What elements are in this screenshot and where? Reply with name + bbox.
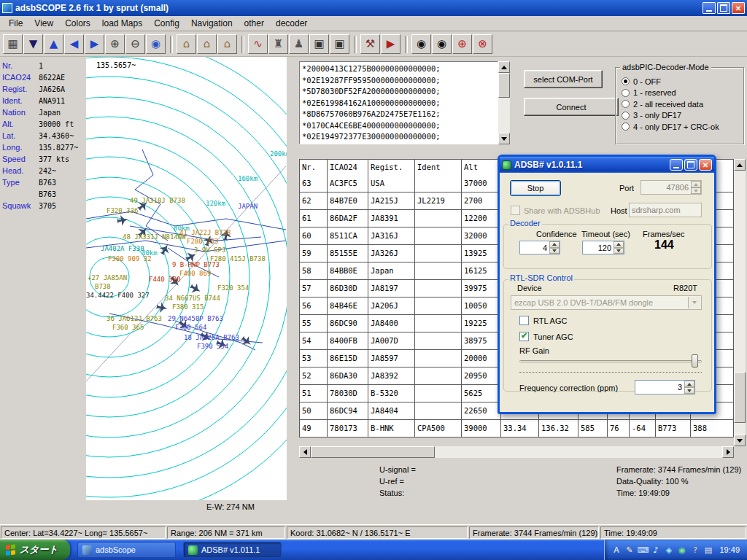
- decoder-mode-option[interactable]: 1 - reserved: [616, 88, 743, 99]
- column-header[interactable]: ICAO24: [328, 160, 368, 176]
- monitor-2-button[interactable]: ▣: [330, 34, 349, 54]
- radar-map[interactable]: 40km80km120km160km200km49 JA310J B738F32…: [86, 57, 287, 500]
- timeout-spinner[interactable]: [614, 241, 624, 254]
- clipboard-icon[interactable]: ▤: [703, 545, 713, 555]
- chart-icon: ∿: [253, 39, 263, 50]
- column-header[interactable]: Nr.: [300, 160, 328, 176]
- confidence-spinner[interactable]: [549, 241, 560, 254]
- zoom-in-button[interactable]: ⊕: [105, 34, 125, 54]
- play-window-button[interactable]: ▶: [381, 34, 400, 54]
- volume-icon[interactable]: ♪: [650, 545, 661, 555]
- select-com-port-button[interactable]: select COM-Port: [524, 70, 603, 88]
- scroll-left-button[interactable]: [299, 446, 311, 458]
- scrollbar-thumb[interactable]: [311, 446, 435, 458]
- column-header[interactable]: Ident: [415, 160, 462, 176]
- tuner-agc-checkbox[interactable]: [519, 332, 529, 341]
- crosshair-2-button[interactable]: ⊗: [473, 34, 492, 54]
- task-icon: [188, 545, 198, 555]
- globe-button[interactable]: ◉: [146, 34, 166, 54]
- raw-list-scrollbar[interactable]: [498, 61, 510, 144]
- radio-icon: [622, 122, 630, 131]
- menu-other[interactable]: other: [239, 16, 270, 31]
- raw-message-list[interactable]: *20000413C1275B00000000000000;*02E19287F…: [299, 61, 498, 144]
- tools-button[interactable]: ⚒: [360, 34, 380, 54]
- taskbar-task[interactable]: adsbScope: [77, 542, 176, 558]
- start-button[interactable]: スタート: [0, 540, 70, 560]
- help-icon[interactable]: ?: [689, 545, 700, 555]
- dialog-maximize-button[interactable]: [684, 159, 697, 171]
- dialog-minimize-button[interactable]: [670, 159, 683, 171]
- arrow-left-button[interactable]: ◀: [64, 34, 84, 54]
- crosshair-1-button[interactable]: ⊕: [452, 34, 472, 54]
- arrow-right-button[interactable]: ▶: [85, 34, 104, 54]
- chart-button[interactable]: ∿: [248, 34, 268, 54]
- scroll-up-button[interactable]: [498, 61, 510, 73]
- confidence-field[interactable]: 4: [519, 241, 560, 254]
- decoder-mode-option[interactable]: 0 - OFF: [616, 76, 743, 88]
- record-2-button[interactable]: ◉: [432, 34, 452, 54]
- frequency-correction-field[interactable]: 3: [635, 380, 695, 394]
- security-icon[interactable]: ◉: [676, 545, 687, 555]
- record-1-button[interactable]: ◉: [411, 34, 431, 54]
- tower-button[interactable]: ♜: [268, 34, 288, 54]
- menu-decoder[interactable]: decoder: [270, 16, 313, 31]
- table-cell: USA: [368, 175, 415, 192]
- device-dropdown[interactable]: ezcap USB 2.0 DVB-T/DAB/FM dongle: [511, 295, 702, 310]
- zoom-out-button[interactable]: ⊖: [125, 34, 145, 54]
- antenna-large-button[interactable]: ⌂: [217, 34, 237, 54]
- table-vertical-scrollbar[interactable]: [734, 159, 746, 446]
- taskbar-task[interactable]: ADSB# v1.011.1: [183, 542, 282, 558]
- rtl-agc-checkbox[interactable]: [519, 316, 529, 325]
- decoder-mode-option[interactable]: 2 - all received data: [616, 98, 743, 110]
- share-adsbhub-checkbox[interactable]: [511, 206, 520, 215]
- arrow-down-button[interactable]: ▼: [23, 34, 43, 54]
- pen-icon[interactable]: ✎: [624, 545, 635, 555]
- menu-load-maps[interactable]: load Maps: [96, 16, 148, 31]
- keyboard-icon[interactable]: ⌨: [637, 545, 648, 555]
- maximize-button[interactable]: [717, 2, 730, 14]
- antenna-small-button[interactable]: ⌂: [177, 34, 196, 54]
- rf-gain-slider[interactable]: [519, 354, 702, 368]
- menu-view[interactable]: View: [28, 16, 59, 31]
- column-header[interactable]: Alt: [462, 160, 501, 176]
- table-cell: 58: [300, 262, 328, 280]
- close-button[interactable]: [732, 2, 745, 14]
- menu-config[interactable]: Config: [148, 16, 185, 31]
- scrollbar-thumb[interactable]: [498, 73, 510, 98]
- slider-track[interactable]: [519, 360, 702, 362]
- connect-button[interactable]: Connect: [524, 98, 619, 116]
- table-horizontal-scrollbar[interactable]: [299, 446, 734, 458]
- table-row[interactable]: 49780173B-HNKCPA5003900033.34136.3258576…: [300, 420, 734, 438]
- field-label: Long.: [2, 143, 39, 155]
- port-field[interactable]: 47806: [640, 180, 702, 195]
- slider-thumb[interactable]: [692, 354, 698, 368]
- map-table-button[interactable]: ▦: [3, 34, 23, 54]
- dialog-titlebar[interactable]: ADSB# v1.0.11.1: [500, 157, 714, 173]
- aircraft-icon[interactable]: [239, 334, 255, 349]
- people-button[interactable]: ♟: [289, 34, 309, 54]
- decoder-mode-option[interactable]: 3 - only DF17: [616, 110, 743, 122]
- minimize-button[interactable]: [703, 2, 716, 14]
- scroll-right-button[interactable]: [722, 446, 734, 458]
- antenna-medium-button[interactable]: ⌂: [197, 34, 217, 54]
- radio-label: 3 - only DF17: [633, 111, 681, 120]
- ime-a-icon[interactable]: A: [611, 545, 622, 555]
- decoder-mode-option[interactable]: 4 - only DF17 + CRC-ok: [616, 121, 743, 133]
- menu-navigation[interactable]: Navigation: [185, 16, 239, 31]
- scroll-up-button[interactable]: [734, 159, 746, 171]
- monitor-1-button[interactable]: ▣: [309, 34, 329, 54]
- column-header[interactable]: Regist.: [368, 160, 415, 176]
- menu-file[interactable]: File: [3, 16, 28, 31]
- menu-colors[interactable]: Colors: [59, 16, 96, 31]
- arrow-up-button[interactable]: ▲: [44, 34, 63, 54]
- network-icon[interactable]: ◈: [663, 545, 674, 555]
- scroll-down-button[interactable]: [498, 133, 510, 144]
- dialog-close-button[interactable]: [699, 159, 712, 171]
- stop-button[interactable]: Stop: [510, 180, 561, 196]
- host-field[interactable]: sdrsharp.com: [629, 203, 702, 217]
- frequency-spinner[interactable]: [684, 381, 694, 394]
- timeout-field[interactable]: 120: [582, 241, 624, 254]
- scrollbar-thumb[interactable]: [734, 372, 746, 423]
- scroll-down-button[interactable]: [734, 435, 746, 446]
- table-cell: 22650: [462, 402, 501, 420]
